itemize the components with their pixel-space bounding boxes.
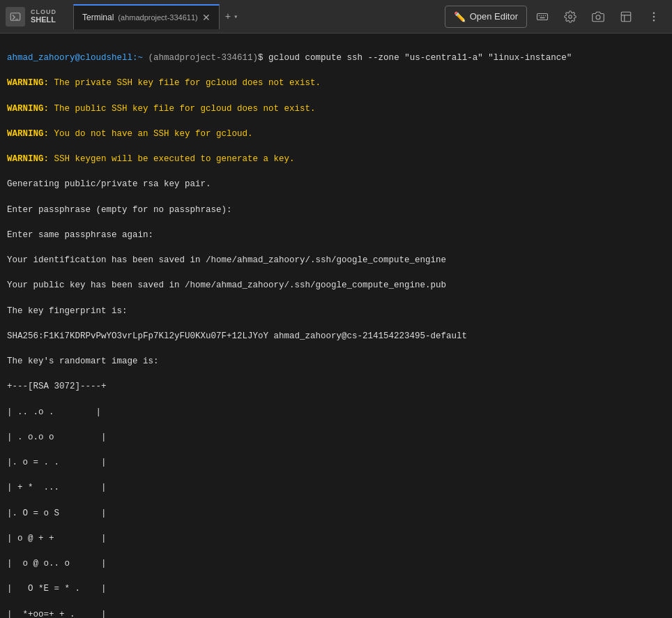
brand-cloud-label: CLOUD (31, 9, 56, 16)
terminal-line-pass1: Enter passphrase (empty for no passphras… (7, 204, 665, 216)
brand-shell-label: SHELL (31, 15, 56, 24)
terminal-line-warn3: WARNING: You do not have an SSH key for … (7, 128, 665, 140)
window-button[interactable] (613, 4, 639, 29)
svg-point-9 (596, 15, 600, 19)
svg-point-13 (653, 13, 655, 14)
title-bar-right: ✏️ Open Editor (445, 4, 666, 29)
cloud-shell-icon (6, 7, 25, 27)
terminal-line-rsa8: | O *E = * . | (7, 582, 665, 595)
tabs-area: Terminal (ahmadproject-334611) ✕ + ▾ (73, 4, 243, 29)
terminal-line-fp: The key fingerprint is: (7, 305, 665, 317)
terminal-line-rsa9: | *+oo=+ + . | (7, 608, 665, 618)
svg-point-15 (653, 20, 655, 21)
terminal-line-pub: Your public key has been saved in /home/… (7, 279, 665, 292)
terminal-line-warn4: WARNING: SSH keygen will be executed to … (7, 153, 665, 165)
open-editor-label: Open Editor (470, 11, 518, 22)
svg-point-14 (653, 16, 655, 17)
terminal-line-art-title: The key's randomart image is: (7, 355, 665, 368)
title-bar: CLOUD SHELL Terminal (ahmadproject-33461… (0, 0, 672, 33)
more-button[interactable] (641, 4, 666, 29)
terminal-line-sha: SHA256:F1Ki7KDRPvPwYO3vrLpFp7Kl2yFU0KXu0… (7, 330, 665, 342)
terminal-line-gen: Generating public/private rsa key pair. (7, 178, 665, 190)
terminal-line-pass2: Enter same passphrase again: (7, 229, 665, 241)
terminal-line-rsa1: | .. .o . | (7, 406, 665, 419)
open-editor-button[interactable]: ✏️ Open Editor (445, 6, 527, 28)
terminal-line-rsa0: +---[RSA 3072]----+ (7, 380, 665, 393)
svg-point-8 (569, 15, 572, 18)
title-bar-left: CLOUD SHELL Terminal (ahmadproject-33461… (6, 4, 445, 29)
svg-rect-0 (10, 13, 20, 20)
tab-close-button[interactable]: ✕ (202, 13, 211, 22)
new-tab-button[interactable]: + ▾ (220, 4, 243, 29)
terminal-line-rsa3: |. o = . . | (7, 456, 665, 469)
keyboard-button[interactable] (530, 4, 555, 29)
terminal-line-rsa6: | o @ + + | (7, 532, 665, 545)
add-icon: + (225, 11, 231, 22)
tab-terminal-label: Terminal (82, 13, 114, 22)
svg-rect-2 (537, 13, 548, 20)
terminal-line-warn2: WARNING: The public SSH key file for gcl… (7, 103, 665, 115)
terminal-tab[interactable]: Terminal (ahmadproject-334611) ✕ (73, 4, 220, 29)
terminal-line-rsa7: | o @ o.. o | (7, 557, 665, 570)
svg-rect-10 (621, 12, 631, 22)
terminal-line-rsa4: | + * ... | (7, 481, 665, 494)
terminal-output[interactable]: ahmad_zahoory@cloudshell:~ (ahmadproject… (0, 33, 672, 618)
terminal-line-warn1: WARNING: The private SSH key file for gc… (7, 77, 665, 89)
title-bar-brand: CLOUD SHELL (31, 9, 56, 24)
pencil-icon: ✏️ (454, 11, 466, 22)
settings-button[interactable] (558, 4, 583, 29)
terminal-line-prompt: ahmad_zahoory@cloudshell:~ (ahmadproject… (7, 52, 665, 64)
dropdown-icon: ▾ (234, 13, 238, 21)
tab-project-label: (ahmadproject-334611) (118, 13, 197, 22)
camera-button[interactable] (586, 4, 611, 29)
terminal-line-id: Your identification has been saved in /h… (7, 254, 665, 266)
terminal-line-rsa2: | . o.o o | (7, 431, 665, 444)
terminal-line-rsa5: |. O = o S | (7, 507, 665, 520)
